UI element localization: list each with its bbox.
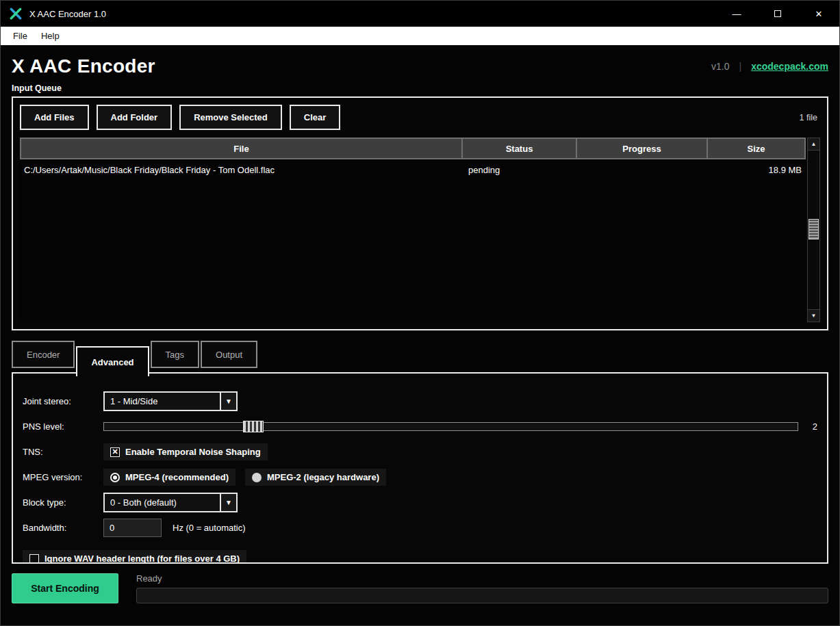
table-header-row: File Status Progress Size [20, 138, 806, 159]
chevron-down-icon[interactable] [220, 393, 236, 410]
mpeg4-radio[interactable] [110, 473, 120, 482]
joint-stereo-row: Joint stereo: 1 - Mid/Side [23, 391, 817, 411]
column-header-status[interactable]: Status [463, 138, 577, 159]
maximize-button[interactable] [757, 1, 798, 27]
start-encoding-button[interactable]: Start Encoding [12, 573, 118, 603]
joint-stereo-value: 1 - Mid/Side [105, 393, 220, 410]
tns-label: TNS: [23, 447, 103, 457]
version-label: v1.0 [711, 61, 729, 72]
bandwidth-input[interactable] [103, 519, 162, 537]
settings-tabs: Encoder Advanced Tags Output [12, 341, 828, 374]
joint-stereo-label: Joint stereo: [23, 396, 103, 406]
page-title: X AAC Encoder [12, 55, 155, 77]
cell-file: C:/Users/Artak/Music/Black Friday/Black … [20, 165, 463, 175]
website-link[interactable]: xcodecpack.com [751, 61, 828, 72]
pns-slider-thumb[interactable] [243, 421, 264, 432]
input-queue-panel: Add Files Add Folder Remove Selected Cle… [12, 96, 828, 330]
file-table: File Status Progress Size C:/Users/Artak… [20, 138, 820, 322]
column-header-file[interactable]: File [20, 138, 463, 159]
mpeg4-label: MPEG-4 (recommended) [125, 472, 229, 482]
mpeg-version-row: MPEG version: MPEG-4 (recommended) MPEG-… [23, 467, 817, 487]
scroll-up-icon[interactable] [808, 138, 819, 151]
window-controls: — ✕ [716, 1, 839, 27]
table-row[interactable]: C:/Users/Artak/Music/Black Friday/Black … [20, 159, 806, 180]
app-logo-icon [9, 7, 23, 21]
mpeg4-option[interactable]: MPEG-4 (recommended) [103, 469, 236, 486]
add-folder-button[interactable]: Add Folder [97, 105, 173, 130]
ignore-wav-option[interactable]: Ignore WAV header length (for files over… [23, 550, 246, 564]
overall-progress-bar [136, 588, 828, 603]
close-button[interactable]: ✕ [798, 1, 839, 27]
app-window: X AAC Encoder 1.0 — ✕ File Help X AAC En… [0, 0, 840, 626]
footer-bar: Start Encoding Ready [1, 564, 839, 603]
block-type-row: Block type: 0 - Both (default) [23, 493, 817, 512]
tab-output[interactable]: Output [201, 341, 257, 368]
file-count-label: 1 file [800, 113, 820, 122]
tns-option[interactable]: Enable Temporal Noise Shaping [103, 443, 268, 460]
bandwidth-suffix: Hz (0 = automatic) [173, 523, 246, 533]
cell-size: 18.9 MB [708, 165, 806, 175]
pns-value: 2 [808, 421, 817, 432]
tns-checkbox-label: Enable Temporal Noise Shaping [125, 447, 261, 457]
tab-tags[interactable]: Tags [151, 341, 199, 368]
joint-stereo-select[interactable]: 1 - Mid/Side [103, 391, 238, 411]
tab-encoder[interactable]: Encoder [12, 341, 75, 368]
pns-level-label: PNS level: [23, 421, 103, 432]
add-files-button[interactable]: Add Files [20, 105, 89, 130]
clear-button[interactable]: Clear [290, 105, 341, 130]
advanced-tab-panel: Joint stereo: 1 - Mid/Side PNS level: 2 … [12, 372, 828, 564]
header-right: v1.0 | xcodecpack.com [711, 61, 828, 72]
tab-advanced[interactable]: Advanced [76, 346, 149, 376]
scrollbar-thumb[interactable] [809, 219, 819, 239]
bandwidth-label: Bandwidth: [23, 523, 103, 533]
column-header-size[interactable]: Size [708, 138, 806, 159]
minimize-button[interactable]: — [716, 1, 757, 27]
input-queue-label: Input Queue [12, 83, 828, 93]
block-type-value: 0 - Both (default) [105, 494, 220, 511]
column-header-progress[interactable]: Progress [577, 138, 708, 159]
queue-toolbar: Add Files Add Folder Remove Selected Cle… [20, 105, 820, 130]
titlebar: X AAC Encoder 1.0 — ✕ [1, 1, 839, 27]
app-header: X AAC Encoder v1.0 | xcodecpack.com [12, 45, 828, 83]
chevron-down-icon[interactable] [220, 494, 236, 511]
mpeg2-radio[interactable] [252, 473, 262, 482]
mpeg-version-label: MPEG version: [23, 472, 103, 482]
mpeg2-label: MPEG-2 (legacy hardware) [267, 472, 379, 482]
ignore-wav-row: Ignore WAV header length (for files over… [23, 549, 817, 564]
menu-file[interactable]: File [6, 29, 34, 43]
pns-slider[interactable] [103, 422, 798, 431]
block-type-select[interactable]: 0 - Both (default) [103, 493, 238, 512]
menubar: File Help [1, 27, 839, 45]
block-type-label: Block type: [23, 497, 103, 508]
status-area: Ready [136, 573, 828, 603]
tns-row: TNS: Enable Temporal Noise Shaping [23, 442, 817, 462]
scroll-down-icon[interactable] [808, 309, 819, 322]
tns-checkbox[interactable] [110, 447, 120, 457]
table-body: C:/Users/Artak/Music/Black Friday/Black … [20, 159, 806, 322]
bandwidth-row: Bandwidth: Hz (0 = automatic) [23, 518, 817, 538]
window-title: X AAC Encoder 1.0 [29, 9, 106, 19]
menu-help[interactable]: Help [34, 29, 66, 43]
header-separator: | [739, 61, 742, 72]
mpeg2-option[interactable]: MPEG-2 (legacy hardware) [245, 469, 386, 486]
status-text: Ready [136, 573, 828, 584]
pns-level-row: PNS level: 2 [23, 417, 817, 436]
ignore-wav-checkbox[interactable] [29, 554, 39, 564]
table-scrollbar[interactable] [807, 138, 820, 322]
maximize-icon [774, 10, 781, 17]
cell-status: pending [463, 165, 577, 175]
ignore-wav-label: Ignore WAV header length (for files over… [44, 553, 240, 564]
remove-selected-button[interactable]: Remove Selected [179, 105, 282, 130]
main-content: X AAC Encoder v1.0 | xcodecpack.com Inpu… [1, 45, 839, 564]
